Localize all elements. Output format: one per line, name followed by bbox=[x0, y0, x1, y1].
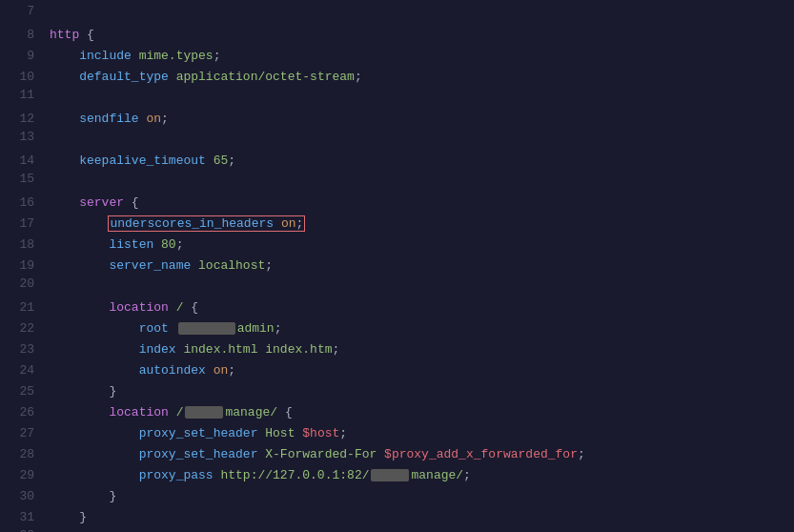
line-content-21: location / { bbox=[50, 297, 794, 318]
line-10: 10 default_type application/octet-stream… bbox=[0, 67, 794, 88]
line-number-31: 31 bbox=[0, 510, 50, 524]
line-number-16: 16 bbox=[0, 195, 50, 210]
line-content-28: proxy_set_header X-Forwarded-For $proxy_… bbox=[50, 444, 794, 465]
line-number-7: 7 bbox=[0, 4, 50, 18]
line-number-13: 13 bbox=[0, 130, 50, 144]
line-15: 15 bbox=[0, 172, 794, 193]
line-number-15: 15 bbox=[0, 172, 50, 186]
line-content-12: sendfile on; bbox=[50, 109, 794, 130]
line-number-26: 26 bbox=[0, 405, 50, 419]
line-28: 28 proxy_set_header X-Forwarded-For $pro… bbox=[0, 444, 794, 465]
line-number-20: 20 bbox=[0, 276, 50, 291]
line-32: 32 bbox=[0, 528, 794, 532]
line-20: 20 bbox=[0, 276, 794, 297]
line-13: 13 bbox=[0, 130, 794, 151]
line-content-10: default_type application/octet-stream; bbox=[50, 67, 794, 88]
line-12: 12 sendfile on; bbox=[0, 109, 794, 130]
line-24: 24 autoindex on; bbox=[0, 360, 794, 381]
line-14: 14 keepalive_timeout 65; bbox=[0, 151, 794, 172]
line-content-9: include mime.types; bbox=[50, 46, 794, 67]
line-number-28: 28 bbox=[0, 447, 50, 461]
line-18: 18 listen 80; bbox=[0, 235, 794, 256]
line-number-8: 8 bbox=[0, 28, 50, 42]
line-content-16: server { bbox=[50, 193, 794, 214]
line-number-23: 23 bbox=[0, 342, 50, 357]
line-number-14: 14 bbox=[0, 153, 50, 168]
line-content-29: proxy_pass http://127.0.0.1:82/manage/; bbox=[50, 465, 794, 486]
line-21: 21 location / { bbox=[0, 297, 794, 318]
line-content-26: location /manage/ { bbox=[50, 402, 794, 423]
line-26: 26 location /manage/ { bbox=[0, 402, 794, 423]
line-number-10: 10 bbox=[0, 70, 50, 84]
line-number-12: 12 bbox=[0, 112, 50, 126]
line-number-22: 22 bbox=[0, 321, 50, 336]
line-content-22: root admin; bbox=[50, 318, 794, 339]
line-content-30: } bbox=[50, 486, 794, 507]
line-content-25: } bbox=[50, 381, 794, 402]
line-19: 19 server_name localhost; bbox=[0, 256, 794, 276]
line-number-29: 29 bbox=[0, 468, 50, 482]
line-content-14: keepalive_timeout 65; bbox=[50, 151, 794, 172]
line-content-27: proxy_set_header Host $host; bbox=[50, 423, 794, 444]
line-content-18: listen 80; bbox=[50, 235, 794, 256]
line-7: 7 bbox=[0, 4, 794, 25]
line-25: 25 } bbox=[0, 381, 794, 402]
line-31: 31 } bbox=[0, 507, 794, 528]
line-number-32: 32 bbox=[0, 528, 50, 532]
line-number-30: 30 bbox=[0, 489, 50, 503]
line-content-31: } bbox=[50, 507, 794, 528]
line-22: 22 root admin; bbox=[0, 318, 794, 339]
line-content-8: http { bbox=[50, 25, 794, 46]
line-content-17: underscores_in_headers on; bbox=[50, 214, 794, 235]
line-30: 30 } bbox=[0, 486, 794, 507]
line-number-21: 21 bbox=[0, 300, 50, 315]
line-11: 11 bbox=[0, 88, 794, 109]
line-content-24: autoindex on; bbox=[50, 360, 794, 381]
line-number-25: 25 bbox=[0, 384, 50, 399]
line-29: 29 proxy_pass http://127.0.0.1:82/manage… bbox=[0, 465, 794, 486]
line-9: 9 include mime.types; bbox=[0, 46, 794, 67]
code-editor: 7 8 http { 9 include mime.types; 10 defa… bbox=[0, 0, 794, 532]
line-number-17: 17 bbox=[0, 216, 50, 231]
line-number-9: 9 bbox=[0, 49, 50, 63]
line-number-24: 24 bbox=[0, 363, 50, 378]
line-number-11: 11 bbox=[0, 88, 50, 102]
line-content-23: index index.html index.htm; bbox=[50, 339, 794, 360]
line-content-19: server_name localhost; bbox=[50, 256, 794, 276]
line-8: 8 http { bbox=[0, 25, 794, 46]
line-number-19: 19 bbox=[0, 258, 50, 273]
line-23: 23 index index.html index.htm; bbox=[0, 339, 794, 360]
line-17: 17 underscores_in_headers on; bbox=[0, 214, 794, 235]
line-16: 16 server { bbox=[0, 193, 794, 214]
line-number-18: 18 bbox=[0, 237, 50, 252]
line-27: 27 proxy_set_header Host $host; bbox=[0, 423, 794, 444]
line-number-27: 27 bbox=[0, 426, 50, 440]
